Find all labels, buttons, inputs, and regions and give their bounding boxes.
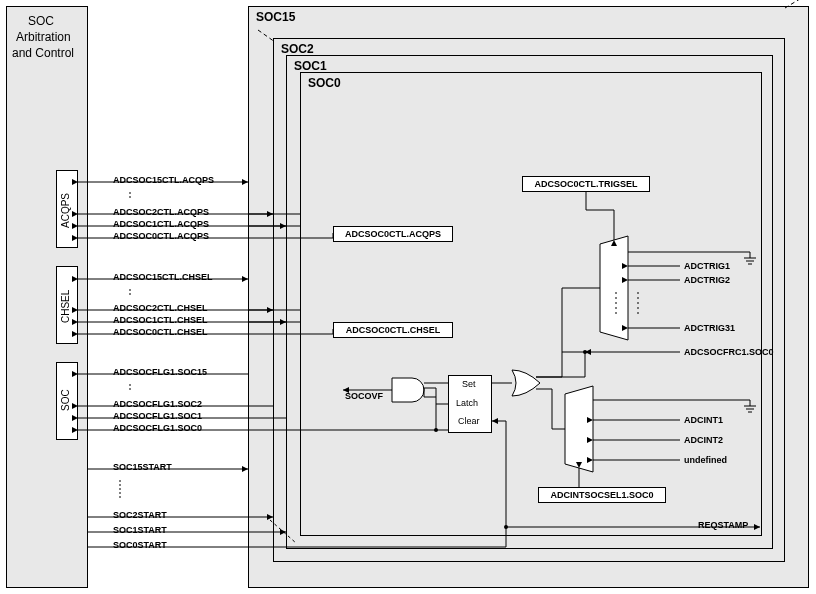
svg-marker-46 — [600, 236, 628, 340]
svg-line-0 — [785, 0, 808, 8]
connections-svg — [0, 0, 816, 594]
svg-line-1 — [258, 30, 275, 42]
svg-marker-65 — [565, 386, 593, 472]
svg-point-79 — [504, 525, 508, 529]
